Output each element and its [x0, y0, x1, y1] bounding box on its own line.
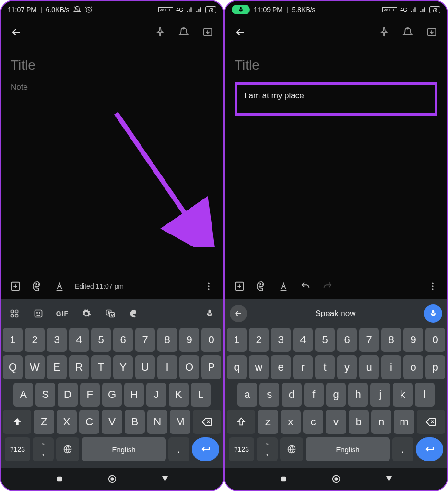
reminder-button[interactable]: [174, 23, 193, 42]
add-button[interactable]: [230, 277, 249, 296]
key-m[interactable]: M: [170, 410, 190, 434]
key-7[interactable]: 7: [359, 328, 379, 352]
voice-back-button[interactable]: [230, 305, 247, 322]
key-h[interactable]: h: [348, 383, 368, 407]
key-l[interactable]: L: [191, 383, 211, 407]
palette-button[interactable]: [28, 277, 47, 296]
key-q[interactable]: Q: [3, 355, 23, 379]
pin-button[interactable]: [374, 23, 393, 42]
key-k[interactable]: K: [169, 383, 189, 407]
key-enter[interactable]: [416, 437, 443, 461]
key-d[interactable]: d: [282, 383, 301, 407]
key-3[interactable]: 3: [47, 328, 67, 352]
gif-button[interactable]: GIF: [54, 305, 71, 322]
key-u[interactable]: u: [359, 355, 379, 379]
key-2[interactable]: 2: [249, 328, 269, 352]
title-input[interactable]: [11, 51, 213, 80]
archive-button[interactable]: [198, 23, 217, 42]
key-k[interactable]: k: [393, 383, 413, 407]
key-w[interactable]: w: [249, 355, 269, 379]
settings-icon[interactable]: [78, 305, 95, 322]
key-f[interactable]: f: [304, 383, 324, 407]
key-2[interactable]: 2: [25, 328, 45, 352]
key-comma[interactable]: ☺,: [257, 437, 278, 461]
key-u[interactable]: U: [135, 355, 155, 379]
nav-home[interactable]: [107, 474, 118, 484]
key-b[interactable]: B: [125, 410, 145, 434]
mic-button[interactable]: [201, 305, 218, 322]
key-6[interactable]: 6: [113, 328, 133, 352]
key-x[interactable]: X: [57, 410, 77, 434]
key-i[interactable]: I: [157, 355, 177, 379]
key-l[interactable]: l: [415, 383, 435, 407]
theme-icon[interactable]: [126, 305, 143, 322]
back-button[interactable]: [231, 23, 250, 42]
title-input[interactable]: [235, 51, 437, 80]
key-3[interactable]: 3: [271, 328, 291, 352]
key-c[interactable]: C: [79, 410, 99, 434]
key-t[interactable]: t: [315, 355, 335, 379]
sticker-icon[interactable]: [30, 305, 47, 322]
palette-button[interactable]: [252, 277, 271, 296]
key-period[interactable]: .: [168, 437, 189, 461]
key-d[interactable]: D: [58, 383, 77, 407]
key-5[interactable]: 5: [91, 328, 111, 352]
add-button[interactable]: [6, 277, 25, 296]
nav-back[interactable]: [161, 475, 169, 483]
key-4[interactable]: 4: [293, 328, 313, 352]
key-symbols[interactable]: ?123: [229, 437, 254, 461]
key-shift[interactable]: [3, 410, 31, 434]
key-z[interactable]: z: [258, 410, 278, 434]
key-w[interactable]: W: [25, 355, 45, 379]
key-g[interactable]: g: [326, 383, 346, 407]
translate-icon[interactable]: [102, 305, 119, 322]
key-h[interactable]: H: [124, 383, 144, 407]
key-shift[interactable]: [227, 410, 255, 434]
key-s[interactable]: S: [35, 383, 55, 407]
key-6[interactable]: 6: [337, 328, 357, 352]
key-lang[interactable]: [280, 437, 303, 461]
key-space[interactable]: English: [306, 437, 390, 461]
key-f[interactable]: F: [80, 383, 100, 407]
key-1[interactable]: 1: [227, 328, 247, 352]
key-p[interactable]: P: [201, 355, 221, 379]
key-y[interactable]: y: [337, 355, 357, 379]
key-0[interactable]: 0: [201, 328, 221, 352]
more-button[interactable]: [199, 277, 218, 296]
text-format-button[interactable]: [50, 277, 69, 296]
key-e[interactable]: e: [271, 355, 291, 379]
undo-button[interactable]: [296, 277, 315, 296]
key-8[interactable]: 8: [157, 328, 177, 352]
key-e[interactable]: E: [47, 355, 67, 379]
redo-button[interactable]: [318, 277, 337, 296]
key-o[interactable]: O: [179, 355, 199, 379]
key-5[interactable]: 5: [315, 328, 335, 352]
nav-recent[interactable]: [279, 475, 288, 483]
key-symbols[interactable]: ?123: [5, 437, 30, 461]
nav-home[interactable]: [331, 474, 342, 484]
mic-active-button[interactable]: [424, 304, 442, 323]
more-button[interactable]: [423, 277, 442, 296]
key-z[interactable]: Z: [34, 410, 54, 434]
key-9[interactable]: 9: [179, 328, 199, 352]
key-comma[interactable]: ☺,: [33, 437, 54, 461]
key-v[interactable]: v: [326, 410, 346, 434]
note-text-highlight[interactable]: I am at my place: [235, 82, 437, 116]
key-r[interactable]: r: [293, 355, 313, 379]
key-y[interactable]: Y: [113, 355, 133, 379]
key-o[interactable]: o: [403, 355, 423, 379]
text-format-button[interactable]: [274, 277, 293, 296]
key-0[interactable]: 0: [425, 328, 445, 352]
key-q[interactable]: q: [227, 355, 247, 379]
key-p[interactable]: p: [425, 355, 445, 379]
key-4[interactable]: 4: [69, 328, 89, 352]
key-enter[interactable]: [192, 437, 219, 461]
key-1[interactable]: 1: [3, 328, 23, 352]
key-8[interactable]: 8: [381, 328, 401, 352]
key-b[interactable]: b: [349, 410, 369, 434]
key-m[interactable]: m: [394, 410, 414, 434]
key-g[interactable]: G: [102, 383, 122, 407]
note-input[interactable]: [11, 80, 213, 95]
key-r[interactable]: R: [69, 355, 89, 379]
key-v[interactable]: V: [102, 410, 122, 434]
